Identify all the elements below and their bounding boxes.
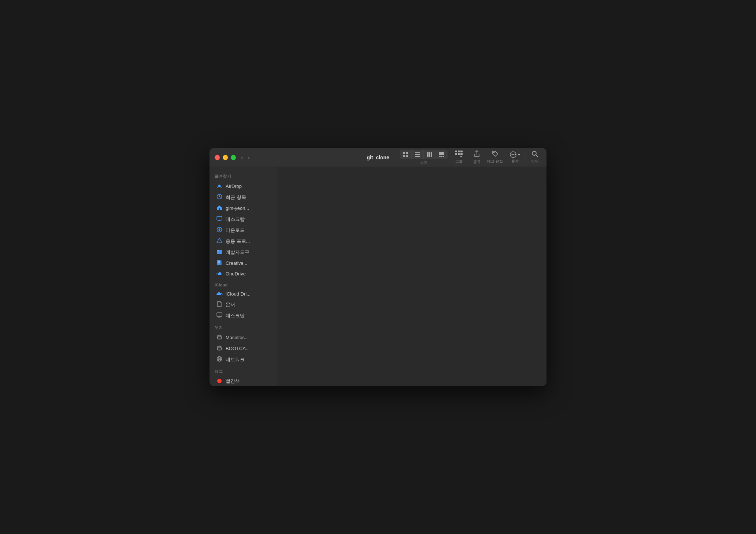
group-label: 그룹 [455,159,463,164]
svg-point-56 [217,379,222,383]
sidebar-item-icloud-drive[interactable]: iCloud Dri... [211,289,275,299]
svg-marker-20 [460,156,463,157]
minimize-button[interactable] [223,155,228,160]
column-view-button[interactable] [424,150,436,159]
back-button[interactable]: ‹ [240,153,245,162]
share-label: 공유 [473,159,481,164]
traffic-lights [215,155,236,160]
toolbar: 보기 그룹 [400,149,541,166]
network-label: 네트워크 [226,356,245,363]
tag-label: 태그 편집 [487,159,503,164]
sidebar-item-documents[interactable]: 문서 [211,299,275,310]
svg-rect-7 [427,152,429,157]
red-tag-icon [216,378,223,385]
gallery-view-button[interactable] [436,150,448,159]
svg-rect-15 [458,151,460,152]
sidebar: 즐겨찾기 AirDrop 최근 [210,167,277,386]
macintosh-icon [216,334,223,341]
maximize-button[interactable] [231,155,236,160]
svg-rect-14 [455,151,457,152]
creative-label: Creative... [226,260,247,266]
share-button[interactable]: 공유 [470,149,483,166]
view-label: 보기 [420,160,427,165]
svg-rect-3 [406,155,408,157]
action-button[interactable]: ••• 동작 [507,150,523,165]
window-title: git_clone [367,155,389,160]
main-content [277,167,546,386]
downloads-icon [216,227,223,234]
svg-rect-16 [460,151,463,152]
bootcamp-icon [216,345,223,352]
sidebar-item-developer[interactable]: 개발자도구 [211,247,275,257]
svg-point-21 [493,152,494,153]
content-area: 즐겨찾기 AirDrop 최근 [210,167,546,386]
icloud-header: iCloud [210,279,277,289]
tag-edit-button[interactable]: 태그 편집 [484,149,506,166]
svg-point-53 [218,357,221,361]
svg-rect-4 [415,152,420,153]
svg-text:•••: ••• [511,152,516,157]
svg-rect-6 [415,156,420,157]
icloud-desktop-label: 데스크탑 [226,312,245,319]
svg-rect-1 [406,152,408,154]
sidebar-item-onedrive[interactable]: OneDrive [211,269,275,279]
red-tag-label: 빨간색 [226,378,240,385]
airdrop-label: AirDrop [226,183,242,189]
svg-marker-24 [518,154,520,156]
forward-button[interactable]: › [246,153,251,162]
sidebar-item-downloads[interactable]: 다운로드 [211,225,275,236]
toolbar-divider-3 [526,152,526,163]
svg-rect-11 [439,156,441,157]
locations-header: 위치 [210,321,277,332]
sidebar-item-recents[interactable]: 최근 항목 [211,192,275,203]
svg-rect-2 [403,155,405,157]
list-view-button[interactable] [412,150,424,159]
icloud-drive-label: iCloud Dri... [226,291,251,297]
sidebar-item-icloud-desktop[interactable]: 데스크탑 [211,310,275,321]
svg-rect-43 [217,313,222,316]
svg-rect-5 [415,154,420,155]
sidebar-item-airdrop[interactable]: AirDrop [211,181,275,192]
home-icon [216,205,223,212]
applications-label: 응용 프로... [226,238,250,245]
svg-rect-0 [403,152,405,154]
bootcamp-label: BOOTCA... [226,346,250,351]
recents-icon [216,194,223,201]
svg-point-52 [217,357,222,361]
view-mode-group [400,150,448,159]
sidebar-item-macintosh[interactable]: Macintos... [211,332,275,343]
tags-header: 태그 [210,365,277,376]
sidebar-item-creative[interactable]: Creative... [211,258,275,268]
sidebar-item-red-tag[interactable]: 빨간색 [211,376,275,386]
action-label: 동작 [511,159,519,164]
group-button[interactable]: 그룹 [452,149,466,166]
favorites-header: 즐겨찾기 [210,170,277,181]
search-button[interactable]: 검색 [528,149,541,166]
sidebar-item-desktop[interactable]: 데스크탑 [211,214,275,225]
svg-rect-12 [441,156,442,157]
airdrop-icon [216,183,223,190]
sidebar-item-bootcamp[interactable]: BOOTCA... [211,343,275,354]
finder-window: ‹ › git_clone [210,148,546,386]
home-label: gim-yeon... [226,205,249,211]
developer-label: 개발자도구 [226,249,249,256]
action-icon: ••• [509,151,520,158]
search-icon [531,151,538,158]
nav-buttons: ‹ › [240,153,251,162]
sidebar-item-applications[interactable]: 응용 프로... [211,236,275,246]
sidebar-item-network[interactable]: 네트워크 [211,354,275,365]
downloads-label: 다운로드 [226,227,245,234]
onedrive-label: OneDrive [226,271,246,277]
recents-label: 최근 항목 [226,194,246,201]
toolbar-divider-1 [450,152,450,163]
svg-rect-13 [443,156,444,157]
desktop-label: 데스크탑 [226,216,245,223]
svg-rect-8 [429,152,430,157]
toolbar-divider-2 [468,152,468,163]
desktop-icon [216,216,223,223]
titlebar: ‹ › git_clone [210,148,546,167]
close-button[interactable] [215,155,220,160]
svg-rect-18 [458,153,460,155]
icon-view-button[interactable] [400,150,412,159]
sidebar-item-home[interactable]: gim-yeon... [211,203,275,214]
